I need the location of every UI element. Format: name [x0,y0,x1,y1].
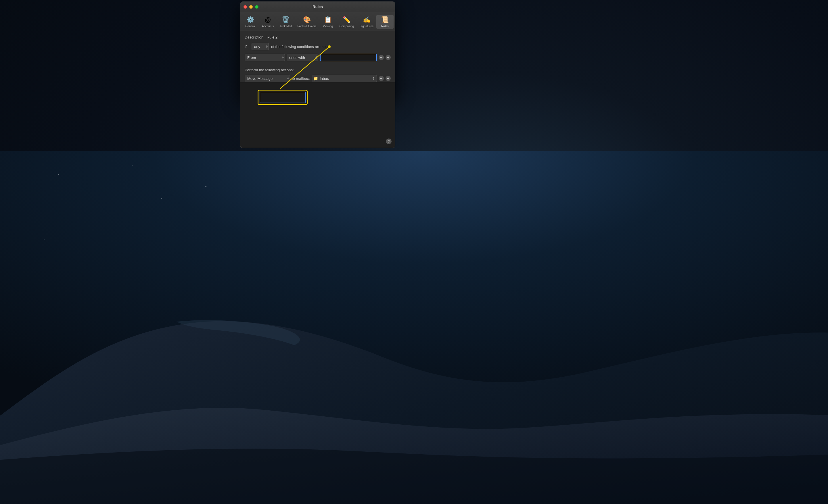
popup-inner: ? [240,82,395,148]
minimize-button[interactable] [249,5,253,9]
condition-row: From To Subject Message Content ends wit… [245,54,391,61]
toolbar-item-fonts-colors[interactable]: 🎨 Fonts & Colors [294,15,319,29]
traffic-lights [244,5,258,9]
action-row: Move Message Copy Message Set Color Mark… [245,75,391,82]
condition-operator-container: ends with contains does not contain star… [287,54,318,61]
viewing-icon: 📋 [324,16,332,24]
conditions-text: of the following conditions are met: [271,45,329,49]
condition-field-select[interactable]: From To Subject Message Content [245,54,285,61]
signatures-icon: ✍️ [363,16,371,24]
toolbar-label-signatures: Signatures [360,25,373,28]
gear-icon: ⚙️ [246,16,254,24]
accounts-icon: @ [264,16,272,24]
toolbar-item-rules[interactable]: 📜 Rules [376,15,394,29]
desktop-background [0,0,828,504]
description-value: Rule 2 [267,35,278,39]
composing-icon: ✏️ [343,16,351,24]
condition-operator-select[interactable]: ends with contains does not contain star… [287,54,318,61]
toolbar-label-viewing: Viewing [323,25,333,28]
toolbar-icons: ⚙️ General @ Accounts 🗑️ Junk Mail 🎨 Fon… [242,15,394,31]
mailbox-select-wrapper: 📁 Inbox Sent Drafts Trash [312,75,377,82]
to-mailbox-label: to mailbox: [292,77,310,81]
rules-icon: 📜 [381,16,389,24]
toolbar-label-junk: Junk Mail [280,25,292,28]
description-row: Description: Rule 2 [245,35,391,39]
any-select[interactable]: any all [252,43,269,50]
action-type-select[interactable]: Move Message Copy Message Set Color Mark… [245,75,290,82]
toolbar-item-junk[interactable]: 🗑️ Junk Mail [277,15,294,29]
toolbar-item-viewing[interactable]: 📋 Viewing [320,15,337,29]
actions-label-row: Perform the following actions: [245,67,391,73]
toolbar-label-fonts-colors: Fonts & Colors [297,25,316,28]
toolbar-item-general[interactable]: ⚙️ General [242,15,259,29]
remove-action-button[interactable]: − [379,76,384,81]
popup-overlay: ? [240,82,395,148]
svg-point-5 [161,198,162,198]
toolbar-label-general: General [245,25,256,28]
toolbar-label-rules: Rules [381,25,389,28]
any-select-container: any all [252,43,269,50]
svg-point-2 [132,166,132,166]
svg-point-3 [206,186,206,187]
toolbar-item-composing[interactable]: ✏️ Composing [337,15,357,29]
action-type-container: Move Message Copy Message Set Color Mark… [245,75,290,82]
condition-value-input[interactable] [320,54,377,61]
svg-point-4 [102,210,103,210]
svg-point-1 [58,174,59,175]
if-row: If any all of the following conditions a… [245,43,391,50]
toolbar-item-accounts[interactable]: @ Accounts [259,15,277,29]
toolbar: ⚙️ General @ Accounts 🗑️ Junk Mail 🎨 Fon… [240,12,395,31]
add-action-button[interactable]: + [385,76,391,81]
window-title: Rules [313,5,323,9]
mailbox-icon: 📁 [313,76,318,81]
mailbox-select-container: Inbox Sent Drafts Trash [319,75,375,82]
zoomed-condition-input[interactable] [260,92,305,103]
divider-1 [245,64,391,64]
maximize-button[interactable] [255,5,258,9]
colors-icon: 🎨 [303,16,311,24]
svg-point-6 [44,239,44,240]
toolbar-label-composing: Composing [339,25,354,28]
remove-condition-button[interactable]: − [379,55,384,60]
actions-label: Perform the following actions: [245,68,294,72]
toolbar-item-signatures[interactable]: ✍️ Signatures [357,15,376,29]
if-label: If [245,45,249,49]
help-button-bottom[interactable]: ? [386,138,391,144]
titlebar: Rules [240,1,395,12]
toolbar-label-accounts: Accounts [262,25,274,28]
add-condition-button[interactable]: + [385,55,391,60]
junk-icon: 🗑️ [282,16,290,24]
mailbox-select[interactable]: Inbox Sent Drafts Trash [319,75,375,82]
description-label: Description: [245,35,264,39]
condition-field-container: From To Subject Message Content [245,54,285,61]
close-button[interactable] [244,5,247,9]
zoomed-input-container [258,90,307,105]
